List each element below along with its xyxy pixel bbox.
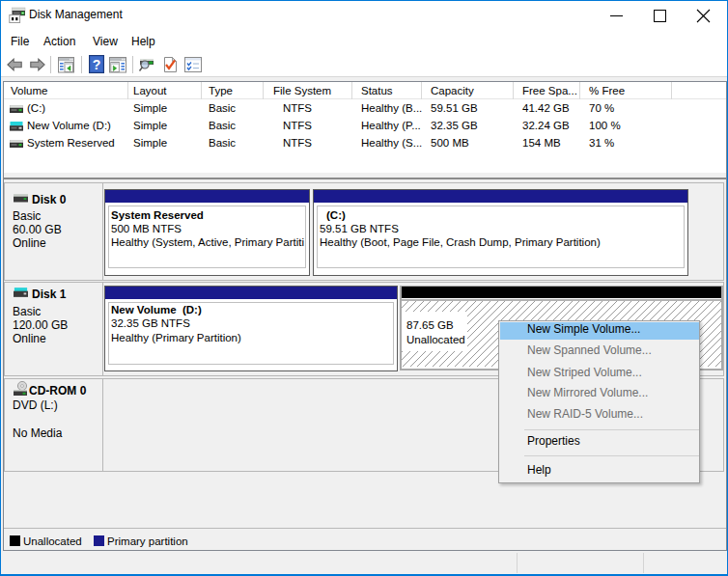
- svg-text:?: ?: [93, 57, 101, 72]
